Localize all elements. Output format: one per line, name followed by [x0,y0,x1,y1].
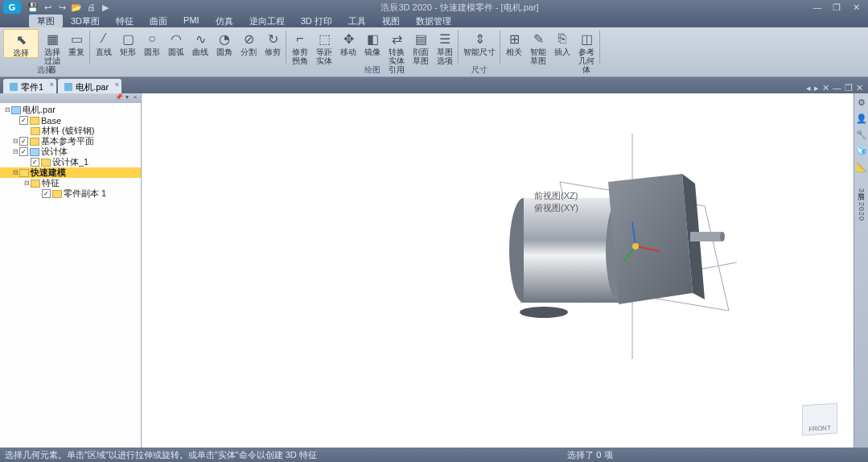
ribbon-split-button[interactable]: ⊘分割 [238,29,259,56]
ribbon-curve-button[interactable]: ∿曲线 [190,29,211,56]
tab-motor[interactable]: 电机.par × [58,79,121,93]
rail-user-icon[interactable]: 👤 [856,113,867,124]
status-bar: 选择几何元素。单击"区域"以进行拉伸或旋转。或单击"实体"命令以创建 3D 特征… [0,448,868,462]
group-label: 选择 [3,64,87,76]
tab-prev-icon[interactable]: ◂ [806,83,811,93]
doc-max-icon[interactable]: ❐ [845,83,853,93]
select-filter-icon: ▦ [44,31,60,47]
expand-icon[interactable]: ⊟ [11,169,19,176]
rail-cube-icon[interactable]: 🧊 [856,145,867,156]
menu-视图[interactable]: 视图 [374,14,408,27]
tree-node[interactable]: ✓设计体_1 [0,157,141,167]
qa-print-icon[interactable]: 🖨 [85,2,97,13]
tree-node[interactable]: ⊟电机.par [0,105,141,115]
ribbon-label: 插入 [554,47,570,56]
smart-dim-icon: ⇕ [471,31,487,47]
menu-3D 打印[interactable]: 3D 打印 [293,14,340,27]
node-label: Base [41,116,61,126]
tree-node[interactable]: ⊟快速建模 [0,167,141,178]
tab-close-icon[interactable]: ✕ [822,83,829,93]
doc-close-icon[interactable]: ✕ [856,83,863,93]
ribbon-rect-button[interactable]: ▢矩形 [117,29,138,56]
expand-icon[interactable]: ⊟ [3,106,11,113]
view-cube[interactable]: FRONT [802,402,837,435]
pin-icon[interactable]: 📌 [115,93,123,103]
rail-geom-icon[interactable]: 📐 [856,161,867,172]
rail-settings-icon[interactable]: ⚙ [856,97,867,108]
visibility-checkbox[interactable]: ✓ [19,116,28,125]
insert-icon: ⎘ [554,31,570,47]
dropdown-icon[interactable]: ▾ [123,93,131,103]
ribbon-move-button[interactable]: ✥移动 [338,29,359,56]
ribbon-smart-sketch-button[interactable]: ✎智能草图 [528,29,549,65]
tab-part1[interactable]: 零件1 × [3,79,56,93]
tree-node[interactable]: ✓零件副本 1 [0,188,141,199]
menu-数据管理[interactable]: 数据管理 [408,14,459,27]
visibility-checkbox[interactable]: ✓ [19,137,28,146]
expand-icon[interactable]: ⊟ [11,138,19,145]
ribbon-tabs: 草图3D草图特征曲面PMI仿真逆向工程3D 打印工具视图数据管理 [0,14,868,27]
close-icon[interactable]: × [50,80,54,89]
close-button[interactable]: ✕ [847,2,865,13]
ribbon-arc-button[interactable]: ◠圆弧 [166,29,187,56]
arc-icon: ◠ [168,31,184,47]
node-icon [30,148,39,156]
node-label: 零件副本 1 [64,188,106,200]
ribbon-line-button[interactable]: ∕直线 [93,29,114,56]
svg-point-4 [720,232,725,241]
ribbon-offset-solid-button[interactable]: ⬚等距实体 [314,29,335,65]
title-bar: G 💾 ↩ ↪ 📂 🖨 ▶ 浩辰3D 2020 - 快速建模零件 - [电机.p… [0,0,868,14]
doc-min-icon[interactable]: — [833,83,841,93]
rail-tool-icon[interactable]: 🔧 [856,129,867,140]
section-sketch-icon: ▤ [413,31,429,47]
panel-close-icon[interactable]: × [131,93,139,103]
visibility-checkbox[interactable]: ✓ [19,147,28,156]
ribbon-label: 镜像 [364,47,381,56]
close-icon[interactable]: × [115,80,119,89]
ribbon-fillet-button[interactable]: ◔圆角 [214,29,235,56]
qa-undo-icon[interactable]: ↩ [42,2,53,13]
ribbon-relation-button[interactable]: ⊞相关 [504,29,525,56]
menu-3D草图[interactable]: 3D草图 [63,14,108,27]
tree-node[interactable]: ⊟✓基本参考平面 [0,136,141,146]
maximize-button[interactable]: ❐ [828,2,845,13]
3d-viewport[interactable]: 前视图(XZ) 俯视图(XY) FRONT [142,93,854,448]
menu-曲面[interactable]: 曲面 [142,14,175,27]
ribbon-label: 智能尺寸 [463,47,496,56]
expand-icon[interactable]: ⊟ [23,179,31,187]
ribbon-sketch-options-button[interactable]: ☰草图选项 [434,29,455,65]
minimize-button[interactable]: — [808,2,826,13]
status-hint: 选择几何元素。单击"区域"以进行拉伸或旋转。或单击"实体"命令以创建 3D 特征 [5,449,317,461]
ribbon-mirror-button[interactable]: ◧镜像 [362,29,383,56]
ribbon-trim-corner-button[interactable]: ⌐修剪拐角 [290,29,311,65]
tab-next-icon[interactable]: ▸ [814,83,819,93]
menu-PMI[interactable]: PMI [175,14,208,27]
qa-play-icon[interactable]: ▶ [100,2,111,13]
ribbon-insert-button[interactable]: ⎘插入 [552,29,573,56]
ribbon-label: 分割 [241,47,257,56]
menu-特征[interactable]: 特征 [108,14,142,27]
menu-草图[interactable]: 草图 [29,14,63,27]
ribbon-smart-dim-button[interactable]: ⇕智能尺寸 [462,29,497,56]
menu-工具[interactable]: 工具 [340,14,374,27]
ribbon-rotate-button[interactable]: ↻修剪 [262,29,283,56]
qa-save-icon[interactable]: 💾 [27,2,39,13]
node-icon [41,159,51,167]
visibility-checkbox[interactable]: ✓ [31,158,39,167]
node-icon [30,117,39,125]
visibility-checkbox[interactable]: ✓ [42,189,51,198]
menu-逆向工程[interactable]: 逆向工程 [241,14,293,27]
rotate-icon: ↻ [265,31,281,47]
qa-redo-icon[interactable]: ↪ [56,2,68,13]
ribbon-repeat-button[interactable]: ▭重复 [66,29,87,56]
qa-open-icon[interactable]: 📂 [71,2,82,13]
menu-仿真[interactable]: 仿真 [208,14,241,27]
ribbon-circle-button[interactable]: ○圆形 [142,29,162,56]
window-controls: — ❐ ✕ [808,2,865,13]
ribbon-label: 移动 [340,47,356,56]
ribbon-select-button[interactable]: ⬉选择 [3,29,39,58]
ribbon-label: 选择 [13,48,29,57]
ribbon-section-sketch-button[interactable]: ▤剖面草图 [410,29,431,65]
expand-icon[interactable]: ⊟ [11,148,19,155]
document-tabs: 零件1 × 电机.par × ◂ ▸ ✕ — ❐ ✕ [0,77,868,93]
